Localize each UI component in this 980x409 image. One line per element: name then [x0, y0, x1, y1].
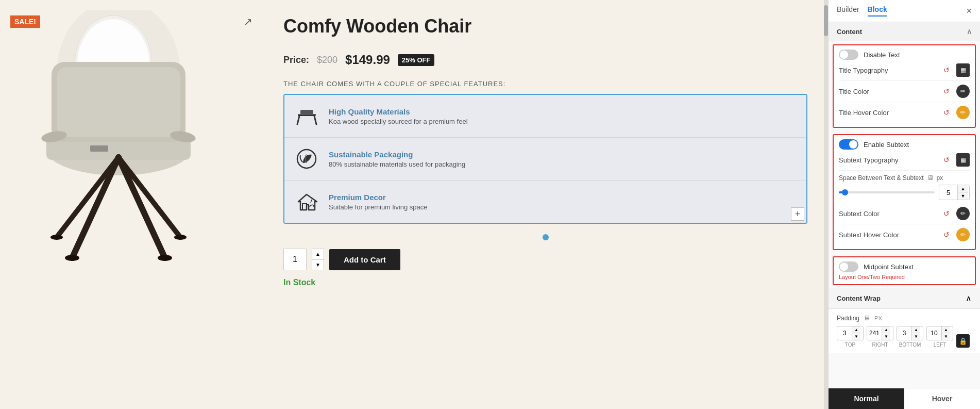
sale-badge: SALE!: [10, 15, 40, 28]
padding-right-value[interactable]: [867, 328, 882, 338]
padding-bottom-value[interactable]: [897, 328, 911, 338]
content-wrap-section: Content Wrap ∧ Padding 🖥 PX ▲ ▼: [829, 288, 980, 353]
content-chevron-icon[interactable]: ∧: [967, 27, 972, 36]
feature-icon-home: [294, 189, 319, 215]
tab-block[interactable]: Block: [868, 5, 887, 17]
expand-icon[interactable]: ↗: [244, 15, 252, 28]
title-hover-color-pen-icon[interactable]: ✏: [956, 106, 970, 119]
title-hover-color-reset-icon[interactable]: ↺: [940, 106, 953, 119]
add-feature-button[interactable]: +: [791, 207, 804, 221]
title-typography-actions: ↺ ▦: [940, 63, 970, 77]
padding-left-spin: ▲ ▼: [941, 326, 950, 340]
content-wrap-header[interactable]: Content Wrap ∧: [829, 288, 980, 309]
padding-top-field: ▲ ▼ TOP: [837, 326, 864, 348]
padding-right-down[interactable]: ▼: [882, 333, 890, 340]
padding-left-down[interactable]: ▼: [942, 333, 950, 340]
features-heading: THE CHAIR COMES WITH A COUPLE OF SPECIAL…: [283, 80, 807, 88]
carousel-dot-active[interactable]: [543, 234, 549, 240]
subtext-color-label: Subtext Color: [839, 210, 880, 218]
padding-bottom-label: BOTTOM: [899, 342, 921, 348]
title-typography-reset-icon[interactable]: ↺: [940, 63, 953, 77]
subtext-typography-actions: ↺ ▦: [940, 153, 970, 167]
panel-close-button[interactable]: ×: [966, 6, 972, 17]
subtext-typography-reset-icon[interactable]: ↺: [940, 153, 953, 167]
padding-bottom-input[interactable]: ▲ ▼: [897, 326, 923, 340]
padding-top-value[interactable]: [837, 328, 852, 338]
midpoint-subtext-toggle[interactable]: [839, 261, 858, 272]
padding-section: Padding 🖥 PX ▲ ▼ TOP: [829, 309, 980, 353]
panel-header: Builder Block ×: [829, 0, 980, 22]
padding-top-down[interactable]: ▼: [852, 333, 860, 340]
features-container: High Quality Materials Koa wood speciall…: [283, 94, 807, 224]
disable-text-row: Disable Text: [839, 50, 970, 60]
toggle-thumb-2: [849, 140, 857, 149]
title-color-reset-icon[interactable]: ↺: [940, 85, 953, 98]
svg-line-25: [311, 200, 312, 203]
padding-left-value[interactable]: [927, 328, 941, 338]
feature-icon-leaf: [294, 146, 319, 172]
feature-icon-table: [294, 103, 319, 129]
svg-point-13: [65, 255, 79, 261]
space-value-input[interactable]: ▲ ▼: [939, 185, 970, 200]
title-hover-color-label: Title Hover Color: [839, 109, 889, 117]
padding-label: Padding: [837, 315, 859, 322]
space-up-button[interactable]: ▲: [958, 185, 968, 192]
subtext-controls-section: Enable Subtext Subtext Typography ↺ ▦ Sp…: [833, 134, 976, 250]
padding-bottom-up[interactable]: ▲: [912, 326, 920, 333]
padding-px-label: PX: [874, 315, 882, 321]
subtext-typography-label: Subtext Typography: [839, 156, 898, 164]
feature-item-2: Sustainable Packaging 80% sustainable ma…: [284, 138, 806, 181]
subtext-typography-grid-icon[interactable]: ▦: [956, 153, 970, 167]
subtext-color-pen-icon[interactable]: ✏: [956, 207, 970, 220]
hover-tab[interactable]: Hover: [904, 388, 980, 409]
main-content-area: SALE! ↗: [0, 0, 828, 409]
quantity-stepper[interactable]: ▲ ▼: [312, 249, 324, 270]
space-value[interactable]: [939, 187, 957, 198]
subtext-hover-color-pen-icon[interactable]: ✏: [956, 228, 970, 241]
scrollbar[interactable]: [824, 0, 828, 409]
space-down-button[interactable]: ▼: [958, 192, 968, 200]
qty-up-button[interactable]: ▲: [312, 249, 324, 260]
product-layout: SALE! ↗: [0, 0, 828, 409]
space-px-label: px: [937, 174, 943, 182]
enable-subtext-label: Enable Subtext: [864, 141, 909, 149]
padding-inputs: ▲ ▼ TOP ▲ ▼ RIGHT: [837, 326, 972, 348]
tab-builder[interactable]: Builder: [837, 5, 859, 17]
enable-subtext-toggle[interactable]: [839, 139, 858, 150]
content-wrap-chevron-icon: ∧: [966, 293, 972, 303]
svg-rect-22: [300, 110, 313, 114]
current-price: $149.99: [345, 53, 390, 67]
padding-right-input[interactable]: ▲ ▼: [867, 326, 893, 340]
midpoint-subtext-label: Midpoint Subtext: [864, 263, 914, 271]
padding-left-up[interactable]: ▲: [942, 326, 950, 333]
padding-bottom-spin: ▲ ▼: [911, 326, 920, 340]
qty-down-button[interactable]: ▼: [312, 260, 324, 270]
title-hover-color-actions: ↺ ✏: [940, 106, 970, 119]
padding-top-input[interactable]: ▲ ▼: [837, 326, 864, 340]
disable-text-toggle[interactable]: [839, 50, 858, 60]
padding-left-input[interactable]: ▲ ▼: [926, 326, 953, 340]
features-list: High Quality Materials Koa wood speciall…: [283, 94, 807, 224]
padding-bottom-down[interactable]: ▼: [912, 333, 920, 340]
svg-point-16: [174, 235, 187, 240]
padding-right-up[interactable]: ▲: [882, 326, 890, 333]
subtext-hover-color-reset-icon[interactable]: ↺: [940, 228, 953, 241]
title-typography-grid-icon[interactable]: ▦: [956, 63, 970, 77]
padding-top-up[interactable]: ▲: [852, 326, 860, 333]
svg-line-20: [297, 116, 299, 124]
subtext-color-reset-icon[interactable]: ↺: [940, 207, 953, 220]
feature-text-1: High Quality Materials Koa wood speciall…: [329, 107, 468, 125]
normal-tab[interactable]: Normal: [829, 388, 904, 409]
content-section-header: Content ∧: [829, 22, 980, 41]
space-between-control: Space Between Text & Subtext 🖥 px ▲ ▼: [839, 171, 970, 203]
padding-lock-button[interactable]: 🔒: [956, 334, 970, 348]
disable-text-label: Disable Text: [864, 51, 900, 59]
title-color-pen-icon[interactable]: ✏: [956, 85, 970, 98]
product-details: Comfy Wooden Chair Price: $200 $149.99 2…: [273, 10, 818, 399]
title-typography-label: Title Typography: [839, 67, 888, 74]
feature-text-2: Sustainable Packaging 80% sustainable ma…: [329, 150, 465, 168]
space-slider[interactable]: [839, 191, 935, 193]
quantity-input[interactable]: [283, 249, 307, 270]
feature-title-3: Premium Decor: [329, 193, 427, 202]
add-to-cart-button[interactable]: Add to Cart: [329, 249, 400, 270]
